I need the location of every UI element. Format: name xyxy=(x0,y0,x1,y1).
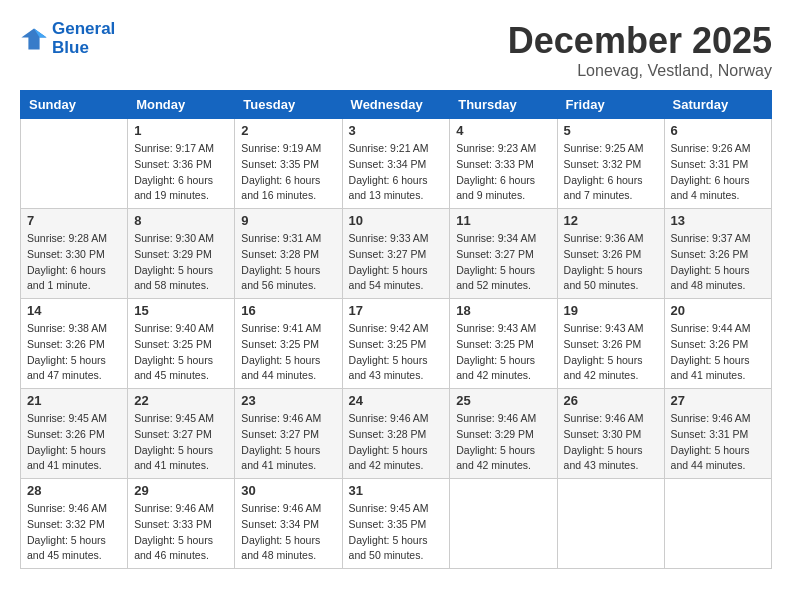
sunset-text: Sunset: 3:25 PM xyxy=(349,338,427,350)
table-row: 4 Sunrise: 9:23 AM Sunset: 3:33 PM Dayli… xyxy=(450,119,557,209)
daylight-text: Daylight: 5 hours and 42 minutes. xyxy=(349,444,428,472)
day-number: 3 xyxy=(349,123,444,138)
daylight-text: Daylight: 5 hours and 47 minutes. xyxy=(27,354,106,382)
sunrise-text: Sunrise: 9:46 AM xyxy=(241,412,321,424)
header-saturday: Saturday xyxy=(664,91,771,119)
sunrise-text: Sunrise: 9:36 AM xyxy=(564,232,644,244)
table-row: 7 Sunrise: 9:28 AM Sunset: 3:30 PM Dayli… xyxy=(21,209,128,299)
sunset-text: Sunset: 3:36 PM xyxy=(134,158,212,170)
sunrise-text: Sunrise: 9:45 AM xyxy=(349,502,429,514)
sunrise-text: Sunrise: 9:43 AM xyxy=(564,322,644,334)
day-info: Sunrise: 9:46 AM Sunset: 3:31 PM Dayligh… xyxy=(671,411,765,474)
sunset-text: Sunset: 3:32 PM xyxy=(564,158,642,170)
daylight-text: Daylight: 6 hours and 16 minutes. xyxy=(241,174,320,202)
day-info: Sunrise: 9:40 AM Sunset: 3:25 PM Dayligh… xyxy=(134,321,228,384)
day-info: Sunrise: 9:23 AM Sunset: 3:33 PM Dayligh… xyxy=(456,141,550,204)
day-number: 5 xyxy=(564,123,658,138)
sunset-text: Sunset: 3:35 PM xyxy=(349,518,427,530)
daylight-text: Daylight: 5 hours and 54 minutes. xyxy=(349,264,428,292)
table-row: 30 Sunrise: 9:46 AM Sunset: 3:34 PM Dayl… xyxy=(235,479,342,569)
day-number: 10 xyxy=(349,213,444,228)
table-row: 18 Sunrise: 9:43 AM Sunset: 3:25 PM Dayl… xyxy=(450,299,557,389)
day-number: 7 xyxy=(27,213,121,228)
table-row: 8 Sunrise: 9:30 AM Sunset: 3:29 PM Dayli… xyxy=(128,209,235,299)
day-info: Sunrise: 9:26 AM Sunset: 3:31 PM Dayligh… xyxy=(671,141,765,204)
table-row: 13 Sunrise: 9:37 AM Sunset: 3:26 PM Dayl… xyxy=(664,209,771,299)
daylight-text: Daylight: 5 hours and 52 minutes. xyxy=(456,264,535,292)
title-block: December 2025 Lonevag, Vestland, Norway xyxy=(508,20,772,80)
daylight-text: Daylight: 6 hours and 4 minutes. xyxy=(671,174,750,202)
sunrise-text: Sunrise: 9:46 AM xyxy=(27,502,107,514)
daylight-text: Daylight: 5 hours and 41 minutes. xyxy=(27,444,106,472)
day-info: Sunrise: 9:43 AM Sunset: 3:25 PM Dayligh… xyxy=(456,321,550,384)
daylight-text: Daylight: 5 hours and 45 minutes. xyxy=(27,534,106,562)
table-row: 22 Sunrise: 9:45 AM Sunset: 3:27 PM Dayl… xyxy=(128,389,235,479)
sunrise-text: Sunrise: 9:45 AM xyxy=(134,412,214,424)
day-number: 28 xyxy=(27,483,121,498)
table-row: 2 Sunrise: 9:19 AM Sunset: 3:35 PM Dayli… xyxy=(235,119,342,209)
day-number: 20 xyxy=(671,303,765,318)
table-row xyxy=(450,479,557,569)
day-number: 26 xyxy=(564,393,658,408)
header-wednesday: Wednesday xyxy=(342,91,450,119)
day-number: 25 xyxy=(456,393,550,408)
daylight-text: Daylight: 5 hours and 48 minutes. xyxy=(241,534,320,562)
sunset-text: Sunset: 3:27 PM xyxy=(241,428,319,440)
day-number: 24 xyxy=(349,393,444,408)
day-number: 19 xyxy=(564,303,658,318)
daylight-text: Daylight: 5 hours and 43 minutes. xyxy=(349,354,428,382)
daylight-text: Daylight: 5 hours and 45 minutes. xyxy=(134,354,213,382)
day-info: Sunrise: 9:37 AM Sunset: 3:26 PM Dayligh… xyxy=(671,231,765,294)
sunset-text: Sunset: 3:26 PM xyxy=(27,428,105,440)
day-number: 30 xyxy=(241,483,335,498)
day-number: 1 xyxy=(134,123,228,138)
day-info: Sunrise: 9:46 AM Sunset: 3:33 PM Dayligh… xyxy=(134,501,228,564)
sunset-text: Sunset: 3:34 PM xyxy=(349,158,427,170)
day-number: 9 xyxy=(241,213,335,228)
day-number: 16 xyxy=(241,303,335,318)
sunset-text: Sunset: 3:26 PM xyxy=(671,248,749,260)
day-number: 15 xyxy=(134,303,228,318)
table-row: 25 Sunrise: 9:46 AM Sunset: 3:29 PM Dayl… xyxy=(450,389,557,479)
sunrise-text: Sunrise: 9:37 AM xyxy=(671,232,751,244)
logo-text: General Blue xyxy=(52,20,115,57)
sunset-text: Sunset: 3:35 PM xyxy=(241,158,319,170)
daylight-text: Daylight: 5 hours and 48 minutes. xyxy=(671,264,750,292)
table-row: 3 Sunrise: 9:21 AM Sunset: 3:34 PM Dayli… xyxy=(342,119,450,209)
sunrise-text: Sunrise: 9:34 AM xyxy=(456,232,536,244)
day-info: Sunrise: 9:45 AM Sunset: 3:35 PM Dayligh… xyxy=(349,501,444,564)
day-info: Sunrise: 9:44 AM Sunset: 3:26 PM Dayligh… xyxy=(671,321,765,384)
day-info: Sunrise: 9:38 AM Sunset: 3:26 PM Dayligh… xyxy=(27,321,121,384)
day-info: Sunrise: 9:36 AM Sunset: 3:26 PM Dayligh… xyxy=(564,231,658,294)
day-info: Sunrise: 9:34 AM Sunset: 3:27 PM Dayligh… xyxy=(456,231,550,294)
sunrise-text: Sunrise: 9:26 AM xyxy=(671,142,751,154)
daylight-text: Daylight: 5 hours and 46 minutes. xyxy=(134,534,213,562)
day-info: Sunrise: 9:19 AM Sunset: 3:35 PM Dayligh… xyxy=(241,141,335,204)
table-row: 14 Sunrise: 9:38 AM Sunset: 3:26 PM Dayl… xyxy=(21,299,128,389)
sunrise-text: Sunrise: 9:21 AM xyxy=(349,142,429,154)
daylight-text: Daylight: 5 hours and 56 minutes. xyxy=(241,264,320,292)
sunrise-text: Sunrise: 9:17 AM xyxy=(134,142,214,154)
header-friday: Friday xyxy=(557,91,664,119)
sunrise-text: Sunrise: 9:46 AM xyxy=(134,502,214,514)
sunrise-text: Sunrise: 9:23 AM xyxy=(456,142,536,154)
table-row: 9 Sunrise: 9:31 AM Sunset: 3:28 PM Dayli… xyxy=(235,209,342,299)
sunset-text: Sunset: 3:28 PM xyxy=(241,248,319,260)
day-number: 21 xyxy=(27,393,121,408)
daylight-text: Daylight: 5 hours and 50 minutes. xyxy=(349,534,428,562)
table-row xyxy=(557,479,664,569)
day-number: 23 xyxy=(241,393,335,408)
sunset-text: Sunset: 3:26 PM xyxy=(671,338,749,350)
sunset-text: Sunset: 3:33 PM xyxy=(456,158,534,170)
calendar-week-row: 1 Sunrise: 9:17 AM Sunset: 3:36 PM Dayli… xyxy=(21,119,772,209)
day-number: 6 xyxy=(671,123,765,138)
sunset-text: Sunset: 3:25 PM xyxy=(456,338,534,350)
daylight-text: Daylight: 5 hours and 44 minutes. xyxy=(241,354,320,382)
daylight-text: Daylight: 5 hours and 41 minutes. xyxy=(241,444,320,472)
day-info: Sunrise: 9:28 AM Sunset: 3:30 PM Dayligh… xyxy=(27,231,121,294)
calendar-header-row: Sunday Monday Tuesday Wednesday Thursday… xyxy=(21,91,772,119)
sunrise-text: Sunrise: 9:46 AM xyxy=(671,412,751,424)
sunset-text: Sunset: 3:27 PM xyxy=(349,248,427,260)
daylight-text: Daylight: 6 hours and 1 minute. xyxy=(27,264,106,292)
page-header: General Blue December 2025 Lonevag, Vest… xyxy=(20,20,772,80)
